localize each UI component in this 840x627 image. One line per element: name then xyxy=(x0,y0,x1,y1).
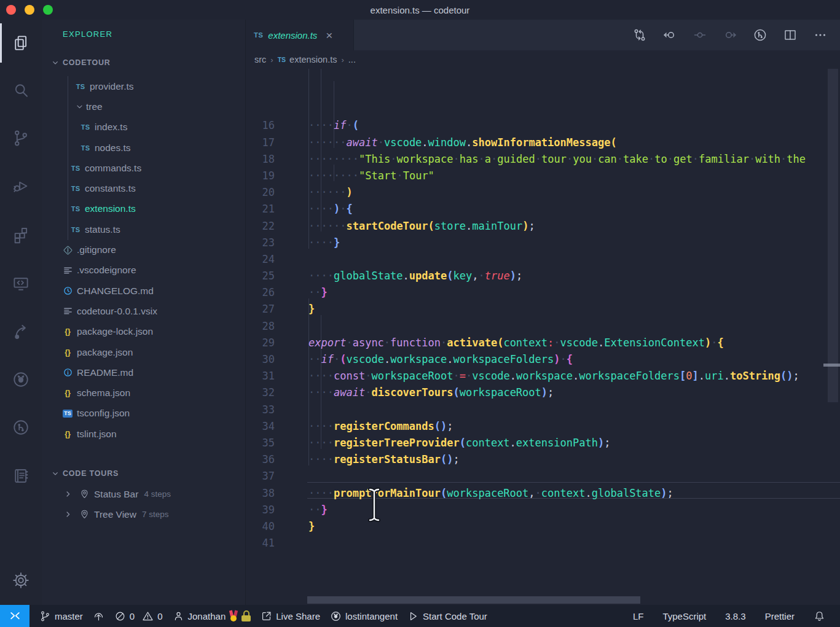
code-line[interactable]: 29export·async·function·activate(context… xyxy=(246,335,840,351)
code-line[interactable]: 28 xyxy=(246,318,840,335)
code-line[interactable]: 33 xyxy=(246,402,840,418)
sidebar-item-tree[interactable]: tree xyxy=(42,96,245,117)
editor-group: TS extension.ts × src › TS extension.ts … xyxy=(246,20,840,605)
activity-github-button[interactable] xyxy=(12,370,30,389)
code-line[interactable]: 23····} xyxy=(246,235,840,251)
compare-icon xyxy=(632,34,647,44)
sidebar-item-tslint.json[interactable]: {}tslint.json xyxy=(42,424,245,444)
sidebar-item-status.ts[interactable]: TSstatus.ts xyxy=(42,219,245,240)
navigate-position-button[interactable] xyxy=(693,28,707,42)
code-line[interactable]: 26··} xyxy=(246,284,840,301)
publish-icon xyxy=(93,610,104,622)
code-line[interactable]: 20······) xyxy=(246,184,840,201)
sidebar-item-extension.ts[interactable]: TSextension.ts xyxy=(42,199,245,219)
code-line[interactable]: 27} xyxy=(246,301,840,317)
ts-file-icon: TS xyxy=(79,144,92,152)
status-user[interactable]: Jonathan xyxy=(168,605,256,627)
activity-live-share-button[interactable] xyxy=(12,322,30,341)
sidebar-item-tsconfig.json[interactable]: TStsconfig.json xyxy=(42,403,245,424)
section-header-codetour[interactable]: CODETOUR xyxy=(42,55,245,70)
code-line[interactable]: 18········"This·workspace·has·a·guided·t… xyxy=(246,151,840,168)
breadcrumb-separator-icon: › xyxy=(270,55,273,64)
section-header-code-tours[interactable]: CODE TOURS xyxy=(42,466,245,481)
sidebar-item-nodes.ts[interactable]: TSnodes.ts xyxy=(42,138,245,158)
activity-settings-button[interactable] xyxy=(12,571,30,590)
code-line[interactable]: 32····await·discoverTours(workspaceRoot)… xyxy=(246,384,840,401)
sidebar-item-.gitignore[interactable]: .gitignore xyxy=(42,240,245,260)
status-remote[interactable] xyxy=(0,605,29,627)
horizontal-scrollbar[interactable] xyxy=(307,596,640,604)
gear-icon xyxy=(12,581,30,591)
status-publish[interactable] xyxy=(88,605,109,627)
activity-explorer-button[interactable] xyxy=(12,34,30,52)
activity-extensions-button[interactable] xyxy=(12,225,30,244)
line-number: 19 xyxy=(246,168,275,184)
close-window-button[interactable] xyxy=(6,5,16,15)
breadcrumb-item-file[interactable]: extension.ts xyxy=(289,55,337,64)
vertical-scrollbar[interactable] xyxy=(828,69,838,402)
code-line[interactable]: 30··if·(vscode.workspace.workspaceFolder… xyxy=(246,351,840,368)
code-line[interactable]: 34····registerCommands(); xyxy=(246,418,840,435)
indent-guide xyxy=(334,165,334,181)
open-changes-button[interactable] xyxy=(632,28,647,42)
sidebar-item-changelog.md[interactable]: CHANGELOG.md xyxy=(42,281,245,301)
code-line[interactable]: 35····registerTreeProvider(context.exten… xyxy=(246,435,840,451)
tab-extension-ts[interactable]: TS extension.ts × xyxy=(246,20,354,50)
navigate-forward-button[interactable] xyxy=(723,28,737,42)
activity-run-debug-button[interactable] xyxy=(12,177,30,195)
split-editor-button[interactable] xyxy=(783,28,798,42)
activity-remote-explorer-button[interactable] xyxy=(12,275,30,293)
tour-item-tree-view[interactable]: Tree View7 steps xyxy=(42,504,245,524)
file-label: tslint.json xyxy=(77,429,117,440)
line-number: 34 xyxy=(246,418,275,435)
minimize-window-button[interactable] xyxy=(25,5,34,15)
sidebar-item-schema.json[interactable]: {}schema.json xyxy=(42,383,245,403)
close-tab-icon[interactable]: × xyxy=(326,29,332,41)
start-tour-button[interactable] xyxy=(753,28,767,42)
git-file-icon xyxy=(61,245,74,255)
nav-dot-icon xyxy=(693,34,707,44)
code-line[interactable]: 17······await·vscode.window.showInformat… xyxy=(246,134,840,151)
status-language[interactable]: TypeScript xyxy=(657,605,711,627)
navigate-back-button[interactable] xyxy=(662,28,677,42)
activity-notebook-button[interactable] xyxy=(12,467,30,485)
breadcrumb-item-src[interactable]: src xyxy=(254,55,266,64)
status-problems[interactable]: 00 xyxy=(109,605,168,627)
status-notifications[interactable] xyxy=(809,605,830,627)
status-github-account[interactable]: lostintangent xyxy=(325,605,402,627)
code-line[interactable]: 16····if·( xyxy=(246,117,840,134)
sidebar-item-commands.ts[interactable]: TScommands.ts xyxy=(42,158,245,178)
code-line[interactable]: 24 xyxy=(246,251,840,268)
sidebar-item-package.json[interactable]: {}package.json xyxy=(42,342,245,362)
more-actions-button[interactable] xyxy=(813,28,828,42)
breadcrumb-item-symbol[interactable]: ... xyxy=(348,55,356,64)
sidebar-item-provider.ts[interactable]: TSprovider.ts xyxy=(42,76,245,96)
sidebar-item-readme.md[interactable]: README.md xyxy=(42,362,245,383)
zoom-window-button[interactable] xyxy=(43,5,53,15)
tour-step-count: 4 steps xyxy=(144,489,171,499)
sidebar-item-constants.ts[interactable]: TSconstants.ts xyxy=(42,178,245,198)
status-formatter[interactable]: Prettier xyxy=(760,605,799,627)
status-live-share[interactable]: Live Share xyxy=(256,605,325,627)
code-editor[interactable]: 16····if·(17······await·vscode.window.sh… xyxy=(246,69,840,605)
code-line[interactable]: 21····)·{ xyxy=(246,201,840,217)
code-line[interactable]: 31····const·workspaceRoot·=·vscode.works… xyxy=(246,368,840,384)
activity-source-control-button[interactable] xyxy=(12,129,30,147)
code-line[interactable]: 36····registerStatusBar(); xyxy=(246,451,840,468)
split-icon xyxy=(783,34,798,44)
status-ts-version[interactable]: 3.8.3 xyxy=(720,605,750,627)
sidebar-item-package-lock.json[interactable]: {}package-lock.json xyxy=(42,322,245,342)
tour-item-status-bar[interactable]: Status Bar4 steps xyxy=(42,484,245,504)
line-number: 25 xyxy=(246,268,275,284)
activity-codetour-button[interactable] xyxy=(12,418,30,437)
code-line[interactable]: 22······startCodeTour(store.mainTour); xyxy=(246,218,840,235)
sidebar-item-index.ts[interactable]: TSindex.ts xyxy=(42,117,245,138)
status-branch[interactable]: master xyxy=(34,605,88,627)
code-line[interactable]: 19········"Start·Tour" xyxy=(246,168,840,184)
status-start-code-tour[interactable]: Start Code Tour xyxy=(402,605,492,627)
sidebar-item-.vscodeignore[interactable]: .vscodeignore xyxy=(42,260,245,281)
status-eol[interactable]: LF xyxy=(628,605,649,627)
activity-search-button[interactable] xyxy=(12,81,30,99)
sidebar-item-codetour-0.0.1.vsix[interactable]: codetour-0.0.1.vsix xyxy=(42,301,245,321)
code-line[interactable]: 25····globalState.update(key,·true); xyxy=(246,268,840,284)
